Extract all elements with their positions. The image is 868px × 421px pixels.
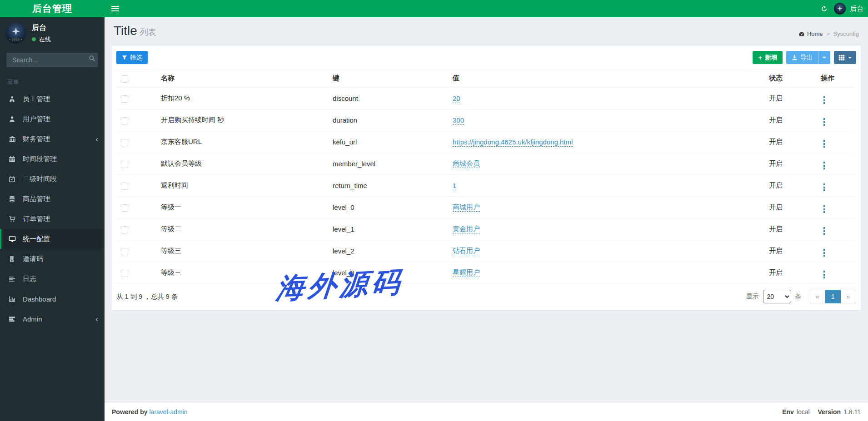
cell-name: 等级三 xyxy=(156,240,328,262)
row-actions-icon[interactable] xyxy=(821,161,828,170)
editable-value-link[interactable]: 商城会员 xyxy=(453,159,480,168)
version-value: 1.8.11 xyxy=(843,408,861,416)
sidebar-item-logs[interactable]: 日志 xyxy=(0,269,105,289)
sidebar-item-label: 员工管理 xyxy=(23,95,98,104)
editable-value-link[interactable]: 20 xyxy=(453,94,460,103)
sidebar-item-label: 用户管理 xyxy=(23,115,98,124)
sidebar-item-label: Dashboard xyxy=(23,295,98,303)
sidebar-item-orders[interactable]: 订单管理 xyxy=(0,209,105,229)
refresh-icon[interactable] xyxy=(814,0,834,17)
row-actions-icon[interactable] xyxy=(821,270,828,279)
avatar-year: • 2022 • xyxy=(5,38,26,41)
search-input[interactable] xyxy=(6,53,98,67)
export-button[interactable]: 导出 xyxy=(786,51,818,64)
column-header: 操作 xyxy=(816,70,856,87)
row-checkbox[interactable] xyxy=(121,226,128,233)
per-page-select[interactable]: 20 xyxy=(763,290,791,303)
editable-value-link[interactable]: https://jingdong.4625.uk/kfjingdong.html xyxy=(453,138,573,147)
sidebar-item-timeslot[interactable]: 时间段管理 xyxy=(0,149,105,169)
row-actions-icon[interactable] xyxy=(821,95,828,105)
navbar-user-menu[interactable]: 后台 xyxy=(850,5,863,13)
new-button[interactable]: + 新增 xyxy=(753,51,783,64)
cell-name: 默认会员等级 xyxy=(156,153,328,175)
breadcrumb: Home > Sysconfig xyxy=(798,30,859,38)
sidebar: 后台管理 • 2022 • 后台 在线 菜单 员工管理用户管理财务管理‹时间段管… xyxy=(0,0,105,421)
main-area: 后台 Title列表 Home > Sysconfig xyxy=(105,0,868,421)
column-selector-button[interactable] xyxy=(834,51,856,64)
chevron-left-icon: ‹ xyxy=(95,135,98,143)
cell-name: 等级二 xyxy=(156,218,328,240)
row-checkbox[interactable] xyxy=(121,161,128,168)
editable-value-link[interactable]: 1 xyxy=(453,182,456,190)
sidebar-item-sub-timeslot[interactable]: 二级时间段 xyxy=(0,169,105,189)
cell-name: 京东客服URL xyxy=(156,131,328,153)
filter-button[interactable]: 筛选 xyxy=(116,51,148,64)
editable-value-link[interactable]: 黄金用户 xyxy=(453,225,480,233)
select-all-checkbox[interactable] xyxy=(121,75,128,83)
sidebar-item-finance[interactable]: 财务管理‹ xyxy=(0,129,105,149)
sidebar-item-admin[interactable]: Admin‹ xyxy=(0,309,105,329)
sidebar-item-goods[interactable]: 商品管理 xyxy=(0,189,105,209)
column-header: 键 xyxy=(328,70,448,87)
env-label: Env xyxy=(782,408,794,416)
laravel-admin-link[interactable]: laravel-admin xyxy=(149,408,187,416)
table-row: 京东客服URLkefu_urlhttps://jingdong.4625.uk/… xyxy=(116,131,856,153)
row-actions-icon[interactable] xyxy=(821,248,828,258)
export-dropdown-toggle[interactable] xyxy=(818,51,830,64)
sidebar-item-label: 订单管理 xyxy=(23,215,98,223)
sidebar-item-dashboard[interactable]: Dashboard xyxy=(0,289,105,309)
grid-box: 筛选 + 新增 导出 xyxy=(112,45,861,310)
sidebar-item-label: 统一配置 xyxy=(23,235,98,243)
sidebar-item-staff[interactable]: 员工管理 xyxy=(0,89,105,109)
bank-icon xyxy=(9,136,19,143)
editable-value-link[interactable]: 钻石用户 xyxy=(453,247,480,255)
sidebar-item-users[interactable]: 用户管理 xyxy=(0,109,105,129)
table-row: 折扣20 %discount20开启 xyxy=(116,87,856,109)
editable-value-link[interactable]: 商城用户 xyxy=(453,203,480,212)
sysconfig-table: 名称键值状态操作 折扣20 %discount20开启开启购买持续时间 秒dur… xyxy=(116,70,856,284)
editable-value-link[interactable]: 星耀用户 xyxy=(453,268,480,277)
app-root: 后台管理 • 2022 • 后台 在线 菜单 员工管理用户管理财务管理‹时间段管… xyxy=(0,0,868,421)
cell-key: level_1 xyxy=(328,218,448,240)
row-actions-icon[interactable] xyxy=(821,139,828,149)
table-row: 开启购买持续时间 秒duration300开启 xyxy=(116,109,856,131)
row-checkbox[interactable] xyxy=(121,95,128,103)
row-actions-icon[interactable] xyxy=(821,117,828,127)
cell-status: 开启 xyxy=(764,262,816,284)
brand-logo[interactable]: 后台管理 xyxy=(0,0,105,17)
row-checkbox[interactable] xyxy=(121,270,128,277)
avatar: • 2022 • xyxy=(5,23,26,44)
table-footer: 从 1 到 9 ，总共 9 条 显示 20 条 « 1 » xyxy=(112,284,861,310)
search-icon[interactable] xyxy=(89,55,95,63)
env-value: local xyxy=(797,408,810,416)
row-checkbox[interactable] xyxy=(121,248,128,255)
caret-down-icon xyxy=(848,57,852,59)
user-tie-icon xyxy=(9,96,19,103)
grid-icon xyxy=(838,54,845,61)
cell-key: level_0 xyxy=(328,197,448,218)
row-actions-icon[interactable] xyxy=(821,226,828,236)
row-checkbox[interactable] xyxy=(121,183,128,190)
cell-status: 开启 xyxy=(764,153,816,175)
plus-icon: + xyxy=(758,54,762,61)
breadcrumb-home-link[interactable]: Home xyxy=(807,30,823,37)
export-button-group: 导出 xyxy=(786,51,830,64)
row-checkbox[interactable] xyxy=(121,117,128,124)
row-checkbox[interactable] xyxy=(121,204,128,212)
row-checkbox[interactable] xyxy=(121,139,128,146)
pagination-page-1[interactable]: 1 xyxy=(825,290,841,303)
user-icon xyxy=(9,116,19,123)
sidebar-item-invite-code[interactable]: 邀请码 xyxy=(0,249,105,269)
row-actions-icon[interactable] xyxy=(821,204,828,214)
cell-status: 开启 xyxy=(764,109,816,131)
navbar-avatar[interactable] xyxy=(834,3,846,15)
grid-toolbar: 筛选 + 新增 导出 xyxy=(112,45,861,70)
editable-value-link[interactable]: 300 xyxy=(453,116,464,125)
sidebar-toggle-icon[interactable] xyxy=(105,0,125,17)
cell-key: kefu_url xyxy=(328,131,448,153)
sidebar-item-sysconfig[interactable]: 统一配置 xyxy=(0,229,105,249)
row-actions-icon[interactable] xyxy=(821,183,828,192)
sidebar-item-label: 财务管理 xyxy=(23,135,95,144)
cell-name: 等级一 xyxy=(156,197,328,218)
download-icon xyxy=(792,54,798,60)
